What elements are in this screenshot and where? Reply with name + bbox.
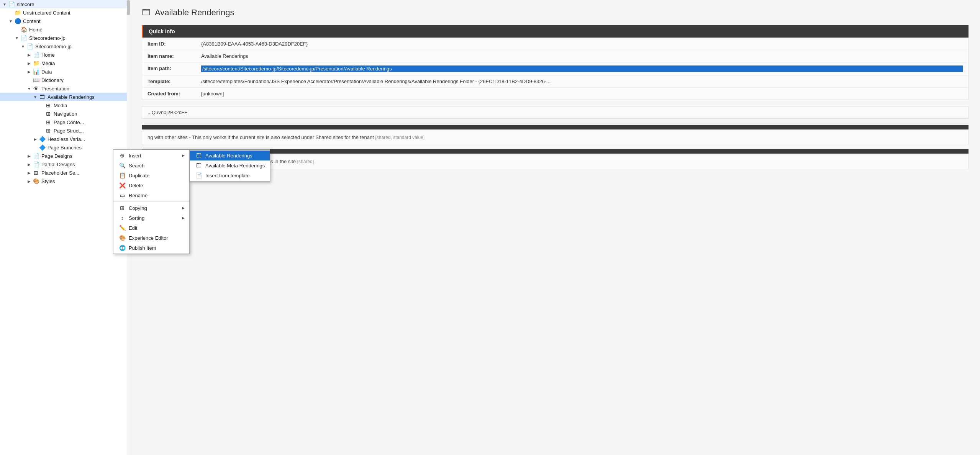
sidebar-item-page-structure[interactable]: ⊞Page Struct... bbox=[0, 126, 130, 135]
shared-id-section: ...Quvn0j2Bk2cFE bbox=[142, 106, 969, 119]
tree-icon: 🔷 bbox=[38, 144, 46, 151]
submenu-icon-insert-from-template: 📄 bbox=[195, 172, 203, 178]
tree-icon: 📊 bbox=[32, 69, 40, 75]
tree-icon: 🔷 bbox=[38, 136, 46, 142]
info-row-id: Item ID: {A8391B09-EAAA-4053-A463-D3DA29… bbox=[142, 38, 968, 50]
menu-label-insert: Insert bbox=[129, 153, 141, 159]
info-row-template: Template: /sitecore/templates/Foundation… bbox=[142, 75, 968, 88]
tree-icon: 📄 bbox=[32, 161, 40, 167]
tree-label: Presentation bbox=[41, 86, 130, 92]
sidebar: ▼📄sitecore📁Unstructured Content▼🔵Content… bbox=[0, 0, 130, 455]
tree-label: Navigation bbox=[54, 111, 130, 117]
sidebar-item-placeholder-se[interactable]: ▶⊞Placeholder Se... bbox=[0, 169, 130, 177]
sidebar-item-media-2[interactable]: ⊞Media bbox=[0, 101, 130, 110]
menu-icon-rename: ▭ bbox=[118, 192, 126, 198]
sidebar-item-dictionary[interactable]: 📖Dictionary bbox=[0, 76, 130, 84]
shared-sites-bar bbox=[142, 125, 969, 129]
sidebar-item-data[interactable]: ▶📊Data bbox=[0, 67, 130, 76]
tree-arrow: ▼ bbox=[14, 36, 20, 40]
sidebar-item-headless-variant[interactable]: ▶🔷Headless Varia... bbox=[0, 135, 130, 143]
menu-item-copying[interactable]: ⊞Copying bbox=[113, 203, 189, 213]
value-item-name: Available Renderings bbox=[201, 53, 963, 59]
tree-label: sitecore bbox=[17, 2, 130, 7]
tree-arrow: ▶ bbox=[26, 154, 32, 158]
info-row-name: Item name: Available Renderings bbox=[142, 50, 968, 62]
sidebar-item-content[interactable]: ▼🔵Content bbox=[0, 17, 130, 25]
sidebar-item-available-renderings[interactable]: ▼🗔Available Renderings bbox=[0, 93, 130, 101]
tree-icon: 👁 bbox=[32, 85, 40, 92]
tree-icon: 📄 bbox=[32, 52, 40, 58]
menu-item-publish-item[interactable]: 🌐Publish Item bbox=[113, 243, 189, 253]
tree-icon: ⊞ bbox=[32, 170, 40, 176]
value-created-from: [unknown] bbox=[201, 91, 963, 97]
label-created-from: Created from: bbox=[147, 91, 201, 97]
page-header-icon: 🗔 bbox=[142, 8, 150, 18]
menu-icon-search: 🔍 bbox=[118, 162, 126, 169]
tree-arrow: ▼ bbox=[2, 2, 8, 7]
sidebar-item-sitecoredemo-jp-2[interactable]: ▼📄Sitecoredemo-jp bbox=[0, 42, 130, 51]
sidebar-item-page-content[interactable]: ⊞Page Conte... bbox=[0, 118, 130, 126]
tree-icon: 🏠 bbox=[20, 26, 28, 33]
tree-label: Media bbox=[41, 61, 130, 66]
submenu-item-insert-from-template[interactable]: 📄Insert from template bbox=[190, 170, 270, 180]
sidebar-item-sitecore[interactable]: ▼📄sitecore bbox=[0, 0, 130, 8]
menu-item-experience-editor[interactable]: 🎨Experience Editor bbox=[113, 233, 189, 243]
tree-icon: ⊞ bbox=[44, 111, 52, 117]
sidebar-item-styles[interactable]: ▶🎨Styles bbox=[0, 177, 130, 185]
tree-icon: 📁 bbox=[32, 60, 40, 66]
sidebar-item-page-branches[interactable]: 🔷Page Branches bbox=[0, 143, 130, 152]
tree-label: Home bbox=[29, 27, 130, 33]
value-template: /sitecore/templates/Foundation/JSS Exper… bbox=[201, 79, 963, 84]
sidebar-item-home[interactable]: 🏠Home bbox=[0, 25, 130, 34]
menu-item-search[interactable]: 🔍Search bbox=[113, 160, 189, 170]
menu-label-publish-item: Publish Item bbox=[129, 245, 156, 251]
menu-item-rename[interactable]: ▭Rename bbox=[113, 190, 189, 200]
scrollbar-thumb[interactable] bbox=[127, 0, 130, 15]
sidebar-item-page-designs[interactable]: ▶📄Page Designs bbox=[0, 152, 130, 160]
sidebar-item-navigation[interactable]: ⊞Navigation bbox=[0, 110, 130, 118]
tree-arrow: ▼ bbox=[32, 95, 38, 99]
tree-label: Page Conte... bbox=[54, 119, 130, 125]
submenu-item-available-renderings[interactable]: 🗔Available Renderings bbox=[190, 151, 270, 160]
menu-icon-publish-item: 🌐 bbox=[118, 245, 126, 251]
menu-item-insert[interactable]: ⊕Insert bbox=[113, 151, 189, 160]
menu-label-delete: Delete bbox=[129, 183, 143, 188]
sidebar-item-presentation[interactable]: ▼👁Presentation bbox=[0, 84, 130, 93]
tree-icon: 📖 bbox=[32, 77, 40, 83]
menu-icon-sorting: ↕ bbox=[118, 215, 126, 221]
value-item-id: {A8391B09-EAAA-4053-A463-D3DA29DF20EF} bbox=[201, 41, 963, 47]
submenu-item-available-meta-renderings[interactable]: 🗔Available Meta Renderings bbox=[190, 160, 270, 170]
menu-icon-duplicate: 📋 bbox=[118, 172, 126, 178]
sidebar-item-media[interactable]: ▶📁Media bbox=[0, 59, 130, 67]
sidebar-item-sitecoredemo-jp[interactable]: ▼📄Sitecoredemo-jp bbox=[0, 34, 130, 42]
menu-label-rename: Rename bbox=[129, 193, 147, 198]
info-row-created-from: Created from: [unknown] bbox=[142, 88, 968, 100]
submenu-label-insert-from-template: Insert from template bbox=[205, 173, 250, 178]
page-title: Available Renderings bbox=[155, 8, 234, 18]
tree-label: Home bbox=[41, 52, 130, 58]
menu-item-sorting[interactable]: ↕Sorting bbox=[113, 213, 189, 223]
context-menu: ⊕Insert🔍Search📋Duplicate❌Delete▭Rename⊞C… bbox=[113, 149, 190, 254]
tree-label: Unstructured Content bbox=[23, 10, 130, 16]
menu-item-delete[interactable]: ❌Delete bbox=[113, 180, 189, 190]
sidebar-item-partial-designs[interactable]: ▶📄Partial Designs bbox=[0, 160, 130, 169]
shared-id-value: ...Quvn0j2Bk2cFE bbox=[147, 110, 963, 115]
tree-icon: 🎨 bbox=[32, 178, 40, 184]
tree-icon: ⊞ bbox=[44, 102, 52, 108]
submenu-icon-available-meta-renderings: 🗔 bbox=[195, 162, 203, 169]
tree-label: Sitecoredemo-jp bbox=[29, 35, 130, 41]
tree-icon: 📄 bbox=[20, 35, 28, 41]
menu-item-edit[interactable]: ✏️Edit bbox=[113, 223, 189, 233]
info-row-path: Item path: /sitecore/content/Sitecoredem… bbox=[142, 62, 968, 75]
tree-arrow: ▶ bbox=[32, 137, 38, 141]
sidebar-item-unstructured-content[interactable]: 📁Unstructured Content bbox=[0, 8, 130, 17]
tree-icon: ⊞ bbox=[44, 128, 52, 134]
sidebar-item-home-2[interactable]: ▶📄Home bbox=[0, 51, 130, 59]
menu-item-duplicate[interactable]: 📋Duplicate bbox=[113, 170, 189, 180]
submenu-label-available-renderings: Available Renderings bbox=[205, 153, 252, 159]
shared-sites-tag: [shared, standard value] bbox=[375, 135, 424, 140]
quick-info-header: Quick Info bbox=[142, 25, 969, 38]
shared-sites-content: ng with other sites - This only works if… bbox=[142, 129, 969, 145]
tree-label: Data bbox=[41, 69, 130, 75]
menu-label-edit: Edit bbox=[129, 225, 137, 231]
